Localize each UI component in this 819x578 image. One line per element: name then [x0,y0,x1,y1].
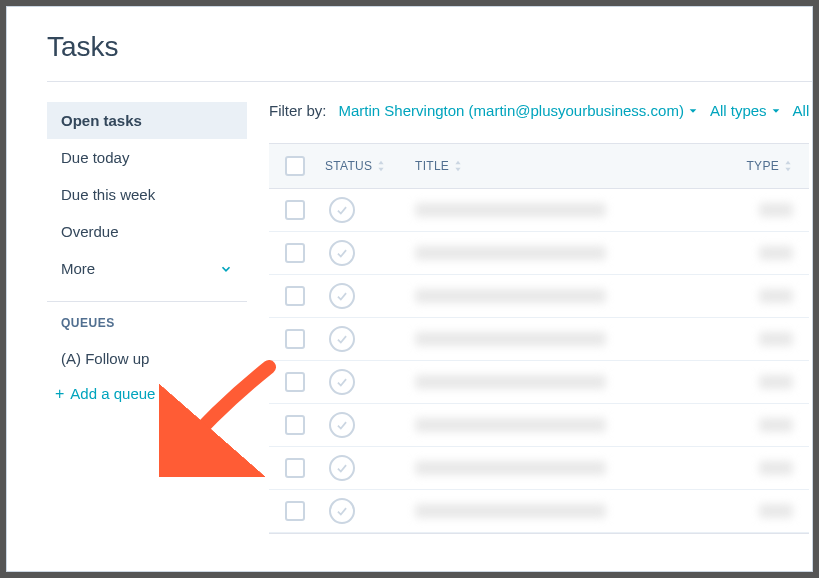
sidebar-item-label: Due this week [61,186,155,203]
status-toggle[interactable] [329,369,355,395]
table-row[interactable] [269,490,809,533]
status-toggle[interactable] [329,197,355,223]
task-type [759,332,793,346]
svg-marker-7 [785,168,790,172]
filter-partial-dropdown[interactable]: All p [793,102,812,119]
row-checkbox[interactable] [285,415,305,435]
sort-icon [376,159,386,173]
sidebar-item-overdue[interactable]: Overdue [47,213,247,250]
sidebar: Open tasks Due today Due this week Overd… [47,82,247,534]
chevron-down-icon [219,262,233,276]
sidebar-item-label: Overdue [61,223,119,240]
column-header-label: STATUS [325,159,372,173]
task-title [415,418,606,432]
select-all-checkbox[interactable] [285,156,305,176]
column-header-label: TITLE [415,159,449,173]
table-header-row: STATUS TITLE TYPE [269,144,809,189]
table-row[interactable] [269,404,809,447]
task-type [759,504,793,518]
row-checkbox[interactable] [285,243,305,263]
svg-marker-6 [785,161,790,165]
filter-by-label: Filter by: [269,102,327,119]
table-row[interactable] [269,232,809,275]
add-queue-button[interactable]: + Add a queue [47,377,247,410]
table-row[interactable] [269,447,809,490]
svg-marker-2 [379,161,384,165]
tasks-table: STATUS TITLE TYPE [269,143,809,534]
row-checkbox[interactable] [285,286,305,306]
filter-types-text: All types [710,102,767,119]
row-checkbox[interactable] [285,329,305,349]
task-type [759,418,793,432]
svg-marker-4 [456,161,461,165]
svg-marker-5 [456,168,461,172]
column-header-title[interactable]: TITLE [415,159,733,173]
sort-icon [453,159,463,173]
filter-owner-dropdown[interactable]: Martin Shervington (martin@plusyourbusin… [339,102,698,119]
sidebar-item-more[interactable]: More [47,250,247,287]
filter-bar: Filter by: Martin Shervington (martin@pl… [269,102,812,119]
svg-marker-3 [379,168,384,172]
task-title [415,504,606,518]
svg-marker-0 [690,109,697,112]
row-checkbox[interactable] [285,372,305,392]
filter-types-dropdown[interactable]: All types [710,102,781,119]
queue-item-follow-up[interactable]: (A) Follow up [47,340,247,377]
column-header-label: TYPE [746,159,779,173]
task-type [759,461,793,475]
sidebar-item-due-this-week[interactable]: Due this week [47,176,247,213]
sidebar-divider [47,301,247,302]
page-title: Tasks [7,7,812,81]
sidebar-item-label: Open tasks [61,112,142,129]
table-row[interactable] [269,318,809,361]
filter-owner-text: Martin Shervington (martin@plusyourbusin… [339,102,684,119]
status-toggle[interactable] [329,412,355,438]
task-type [759,289,793,303]
task-title [415,375,606,389]
add-queue-label: Add a queue [70,385,155,402]
content-area: Open tasks Due today Due this week Overd… [7,82,812,534]
plus-icon: + [55,386,64,402]
tasks-window: Tasks Open tasks Due today Due this week… [6,6,813,572]
table-body [269,189,809,533]
task-title [415,461,606,475]
row-checkbox[interactable] [285,458,305,478]
sidebar-item-open-tasks[interactable]: Open tasks [47,102,247,139]
caret-down-icon [688,106,698,116]
sidebar-item-label: More [61,260,95,277]
queue-item-label: (A) Follow up [61,350,149,367]
column-header-status[interactable]: STATUS [325,159,415,173]
task-type [759,246,793,260]
filter-partial-text: All p [793,102,812,119]
queues-heading: QUEUES [47,316,247,340]
row-checkbox[interactable] [285,501,305,521]
task-title [415,332,606,346]
table-row[interactable] [269,361,809,404]
task-title [415,246,606,260]
status-toggle[interactable] [329,498,355,524]
caret-down-icon [771,106,781,116]
row-checkbox[interactable] [285,200,305,220]
table-row[interactable] [269,275,809,318]
status-toggle[interactable] [329,240,355,266]
sidebar-item-due-today[interactable]: Due today [47,139,247,176]
column-header-type[interactable]: TYPE [733,159,793,173]
task-type [759,203,793,217]
svg-marker-1 [772,109,779,112]
status-toggle[interactable] [329,455,355,481]
sidebar-item-label: Due today [61,149,129,166]
sort-icon [783,159,793,173]
task-title [415,289,606,303]
task-type [759,375,793,389]
main-panel: Filter by: Martin Shervington (martin@pl… [247,82,812,534]
task-title [415,203,606,217]
status-toggle[interactable] [329,283,355,309]
status-toggle[interactable] [329,326,355,352]
table-row[interactable] [269,189,809,232]
